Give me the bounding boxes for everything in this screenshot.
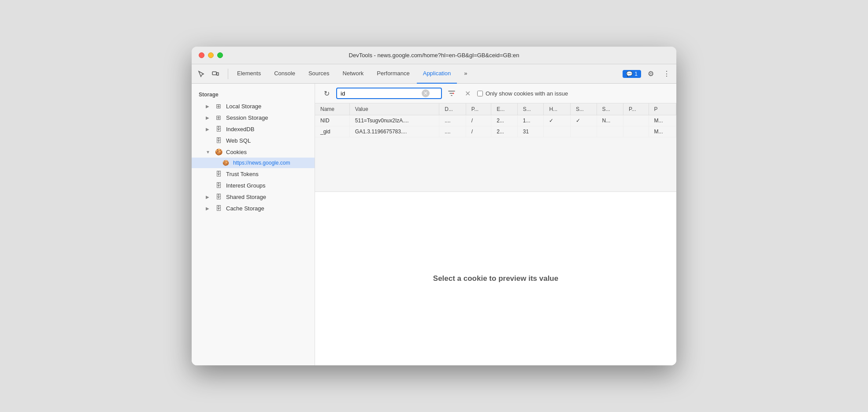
toolbar-icons [195, 68, 222, 80]
col-samesite: S... [597, 103, 623, 115]
tab-performance[interactable]: Performance [371, 64, 415, 84]
inspect-icon[interactable] [195, 68, 208, 80]
sidebar-item-cookies-url[interactable]: ▶ 🍪 https://news.google.com [192, 158, 315, 168]
cell-path: / [466, 126, 491, 137]
chevron-right-icon: ▶ [206, 206, 211, 211]
cell-path: / [466, 115, 491, 126]
cell-samesite: N... [597, 115, 623, 126]
sidebar-item-trust-tokens[interactable]: ▶ 🗄 Trust Tokens [192, 168, 315, 180]
interest-groups-icon: 🗄 [215, 182, 223, 189]
sidebar-item-label: Cache Storage [226, 205, 264, 212]
table-header-row: Name Value D... P... E... S... H... S...… [315, 103, 676, 115]
issues-filter-text: Only show cookies with an issue [486, 90, 568, 97]
sidebar-item-label: IndexedDB [226, 126, 254, 132]
sidebar-item-local-storage[interactable]: ▶ ⊞ Local Storage [192, 100, 315, 112]
sidebar-item-label: Interest Groups [226, 182, 266, 189]
search-clear-button[interactable]: ✕ [422, 89, 430, 97]
svg-rect-1 [217, 73, 219, 75]
chevron-down-icon: ▼ [206, 150, 211, 154]
chat-icon: 💬 [626, 71, 633, 77]
refresh-button[interactable]: ↻ [320, 87, 333, 99]
sidebar-item-web-sql[interactable]: ▶ 🗄 Web SQL [192, 135, 315, 146]
tab-application[interactable]: Application [417, 64, 457, 84]
chevron-right-icon: ▶ [206, 195, 211, 199]
web-sql-icon: 🗄 [215, 137, 223, 144]
cookie-url-icon: 🍪 [222, 160, 230, 166]
content-area: Storage ▶ ⊞ Local Storage ▶ ⊞ Session St… [192, 84, 676, 365]
devtools-window: DevTools - news.google.com/home?hl=en-GB… [192, 47, 676, 365]
cookies-table: Name Value D... P... E... S... H... S...… [315, 103, 676, 137]
sidebar-item-cookies[interactable]: ▼ 🍪 Cookies [192, 146, 315, 158]
settings-icon[interactable]: ⚙ [645, 68, 657, 80]
cell-value: GA1.3.1196675783.... [349, 126, 439, 137]
search-wrapper: ✕ [336, 88, 442, 99]
chevron-right-icon: ▶ [206, 127, 211, 132]
tab-network[interactable]: Network [337, 64, 370, 84]
sidebar-item-label: Trust Tokens [226, 171, 259, 177]
local-storage-icon: ⊞ [215, 103, 223, 110]
main-panel: ↻ ✕ ✕ Only show cookies w [315, 84, 676, 365]
cookie-toolbar: ↻ ✕ ✕ Only show cookies w [315, 84, 676, 103]
more-options-icon[interactable]: ⋮ [660, 68, 673, 80]
sidebar-item-session-storage[interactable]: ▶ ⊞ Session Storage [192, 112, 315, 123]
cell-name: NID [315, 115, 349, 126]
sidebar-item-label: Shared Storage [226, 194, 266, 200]
cell-size: 1... [517, 115, 544, 126]
sidebar-item-label: Session Storage [226, 114, 268, 121]
sidebar-item-cache-storage[interactable]: ▶ 🗄 Cache Storage [192, 202, 315, 214]
cell-name: _gid [315, 126, 349, 137]
cache-storage-icon: 🗄 [215, 205, 223, 212]
col-secure: S... [570, 103, 597, 115]
tab-console[interactable]: Console [268, 64, 301, 84]
sidebar-item-label: https://news.google.com [233, 160, 290, 166]
svg-rect-0 [212, 72, 216, 75]
cell-httponly [544, 126, 571, 137]
maximize-button[interactable] [217, 52, 223, 58]
search-input[interactable] [341, 90, 420, 97]
col-expires: E... [491, 103, 518, 115]
preview-text: Select a cookie to preview its value [433, 274, 558, 283]
cell-samesite [597, 126, 623, 137]
notifications-badge[interactable]: 💬 1 [623, 70, 641, 78]
cell-secure: ✓ [570, 115, 597, 126]
table-body: NID 511=Tsugv0nux2IzA.... .... / 2... 1.… [315, 115, 676, 137]
traffic-lights [199, 52, 223, 58]
preview-area: Select a cookie to preview its value [315, 191, 676, 365]
cell-priority [623, 115, 649, 126]
storage-section-label: Storage [192, 89, 315, 100]
close-button[interactable] [199, 52, 204, 58]
table-header: Name Value D... P... E... S... H... S...… [315, 103, 676, 115]
indexeddb-icon: 🗄 [215, 125, 223, 132]
cell-partitioned: M... [649, 126, 676, 137]
sidebar: Storage ▶ ⊞ Local Storage ▶ ⊞ Session St… [192, 84, 315, 365]
sidebar-item-interest-groups[interactable]: ▶ 🗄 Interest Groups [192, 180, 315, 191]
col-path: P... [466, 103, 491, 115]
cell-value: 511=Tsugv0nux2IzA.... [349, 115, 439, 126]
tab-elements[interactable]: Elements [231, 64, 267, 84]
tab-more[interactable]: » [458, 64, 473, 84]
cookie-table: Name Value D... P... E... S... H... S...… [315, 103, 676, 191]
cookies-icon: 🍪 [215, 148, 223, 155]
tab-sources[interactable]: Sources [302, 64, 336, 84]
table-row[interactable]: NID 511=Tsugv0nux2IzA.... .... / 2... 1.… [315, 115, 676, 126]
issues-filter-checkbox[interactable] [477, 91, 483, 96]
sidebar-item-indexeddb[interactable]: ▶ 🗄 IndexedDB [192, 123, 315, 135]
cell-expires: 2... [491, 126, 518, 137]
device-toggle-icon[interactable] [209, 68, 222, 80]
col-httponly: H... [544, 103, 571, 115]
minimize-button[interactable] [208, 52, 214, 58]
issues-filter-label[interactable]: Only show cookies with an issue [477, 90, 568, 97]
filter-icon[interactable] [445, 87, 458, 99]
sidebar-item-label: Cookies [226, 149, 247, 155]
titlebar: DevTools - news.google.com/home?hl=en-GB… [192, 47, 676, 64]
col-domain: D... [439, 103, 466, 115]
chevron-right-icon: ▶ [206, 115, 211, 120]
chevron-right-icon: ▶ [206, 104, 211, 109]
toolbar-right: 💬 1 ⚙ ⋮ [623, 68, 673, 80]
cell-secure [570, 126, 597, 137]
sidebar-item-shared-storage[interactable]: ▶ 🗄 Shared Storage [192, 191, 315, 202]
session-storage-icon: ⊞ [215, 114, 223, 121]
clear-filter-button[interactable]: ✕ [461, 87, 474, 99]
cell-size: 31 [517, 126, 544, 137]
table-row[interactable]: _gid GA1.3.1196675783.... .... / 2... 31 [315, 126, 676, 137]
